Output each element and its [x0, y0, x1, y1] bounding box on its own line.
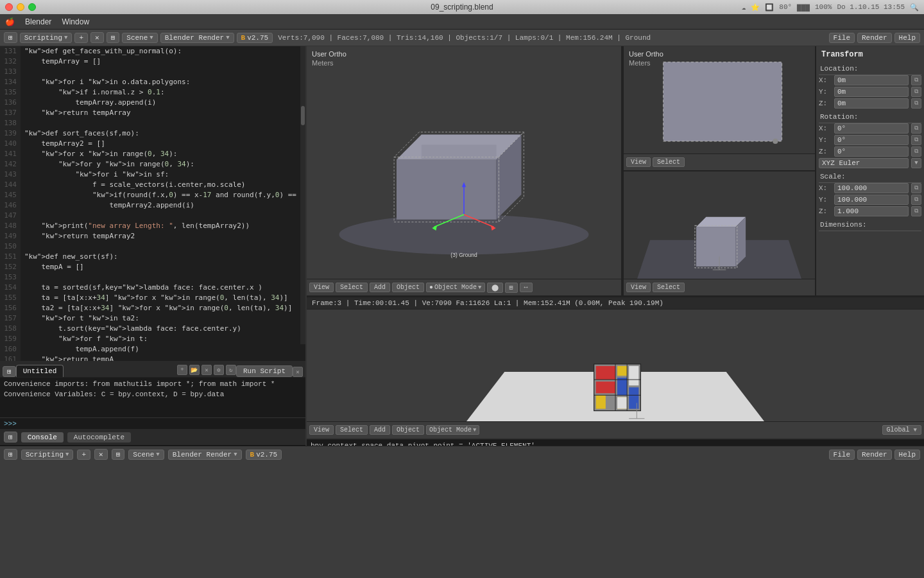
console-tab[interactable]: Console [21, 432, 64, 442]
svg-rect-34 [617, 378, 627, 395]
copy-rz-button[interactable]: ⧉ [911, 146, 921, 157]
vp-add3[interactable]: Add [370, 425, 390, 435]
run-script-button[interactable]: Run Script [236, 365, 293, 377]
vp-select[interactable]: Select [653, 157, 685, 167]
bottom-help-menu[interactable]: Help [894, 450, 920, 460]
location-y-field[interactable]: 0m [834, 87, 909, 97]
file-menu[interactable]: File [829, 33, 855, 43]
info-add-area[interactable]: + [74, 33, 88, 43]
view-button[interactable]: View [309, 283, 334, 292]
console-input[interactable] [21, 419, 302, 428]
editor-tab-untitled[interactable]: Untitled [16, 365, 64, 377]
scale-label: Scale: [819, 171, 921, 183]
viewport-top-row: User Ortho Meters [307, 46, 924, 297]
location-x-field[interactable]: 0m [834, 75, 909, 85]
viewport-type[interactable]: ⊞ [107, 32, 120, 43]
close-panel-button[interactable]: ✕ [293, 367, 303, 377]
object-button[interactable]: Object [392, 283, 424, 292]
vp-object3[interactable]: Object [392, 425, 424, 435]
location-x-row: X: 0m ⧉ [819, 75, 921, 85]
vp-view3[interactable]: View [309, 425, 334, 435]
scale-z-field[interactable]: 1.000 [834, 206, 909, 216]
open-file-button[interactable]: 📂 [189, 365, 200, 375]
global-dropdown[interactable]: Global ▼ [882, 425, 921, 435]
scale-x-field[interactable]: 100.000 [834, 183, 909, 193]
bottom-type-icon[interactable]: ⊞ [4, 449, 17, 460]
code-line-146: 146 tempArray2.append(i) [0, 200, 305, 211]
vp-view2[interactable]: View [626, 283, 651, 292]
copy-rmode-button[interactable]: ▼ [911, 158, 921, 168]
location-z-field[interactable]: 0m [834, 98, 909, 109]
code-line-142: 142 "kw">for y "kw">in range(0, 34): [0, 159, 305, 170]
bottom-file-menu[interactable]: File [829, 450, 855, 460]
close-tab-button[interactable]: ✕ [201, 365, 212, 375]
add-button[interactable]: Add [370, 283, 390, 292]
copy-sz-button[interactable]: ⧉ [911, 206, 921, 216]
scrollbar-thumb[interactable] [301, 106, 305, 125]
console-line: Convenience imports: from mathutils impo… [4, 379, 302, 389]
copy-sy-button[interactable]: ⧉ [911, 195, 921, 205]
code-editor-content[interactable]: 131"kw">def get_faces_with_up_normal(o):… [0, 46, 305, 361]
copy-ry-button[interactable]: ⧉ [911, 135, 921, 145]
window-menu[interactable]: Window [56, 16, 94, 28]
rotation-x-field[interactable]: 0° [834, 123, 909, 134]
vp-small-top-toolbar: View Select [624, 153, 815, 170]
viewport-bottom[interactable]: (3) Ground View Select Add Object Object… [307, 310, 924, 438]
scene-dropdown[interactable]: Scene ▼ [122, 33, 157, 43]
new-tab-button[interactable]: + [177, 365, 187, 375]
blender-info-bar: ⊞ Scripting ▼ + ✕ ⊞ Scene ▼ Blender Rend… [0, 30, 924, 46]
console-line: Convenience Variables: C = bpy.context, … [4, 389, 302, 399]
viewport-small-bottom[interactable]: View Select [624, 171, 815, 295]
sync-button[interactable]: ↻ [226, 365, 236, 375]
scale-y-field[interactable]: 100.000 [834, 195, 909, 205]
minimize-button[interactable] [17, 3, 24, 11]
info-close-area[interactable]: ✕ [90, 32, 104, 43]
maximize-button[interactable] [28, 3, 36, 11]
copy-sx-button[interactable]: ⧉ [911, 183, 921, 193]
console-type-icon[interactable]: ⊞ [4, 432, 17, 442]
object-mode-dropdown[interactable]: ● Object Mode ▼ [426, 283, 484, 292]
vertical-scrollbar[interactable] [300, 46, 305, 344]
viewport-small-top[interactable]: User Ortho Meters View Select [624, 46, 815, 171]
copy-x-button[interactable]: ⧉ [911, 75, 921, 85]
bottom-close[interactable]: ✕ [94, 449, 108, 460]
bottom-scene-dropdown[interactable]: Scene ▼ [128, 450, 164, 460]
editor-type-icon[interactable]: ⊞ [3, 366, 16, 377]
close-button[interactable] [5, 3, 13, 11]
bottom-viewport-type[interactable]: ⊞ [112, 449, 125, 460]
bottom-add[interactable]: + [77, 450, 90, 460]
vp-view[interactable]: View [626, 157, 651, 167]
code-line-154: 154 ta = sorted(sf,key="kw">lambda face:… [0, 283, 305, 293]
sc-y-label: Y: [819, 196, 832, 204]
vp-select2[interactable]: Select [653, 283, 685, 292]
apple-menu[interactable]: 🍎 [0, 16, 20, 28]
rotation-y-field[interactable]: 0° [834, 135, 909, 145]
rotation-mode-field[interactable]: XYZ Euler [819, 158, 909, 168]
bottom-engine-dropdown[interactable]: Blender Render ▼ [168, 450, 242, 460]
copy-z-button[interactable]: ⧉ [911, 98, 921, 109]
rotation-x-row: X: 0° ⧉ [819, 123, 921, 134]
view-shading[interactable]: ⬤ [487, 283, 503, 293]
vp-select3[interactable]: Select [336, 425, 368, 435]
help-menu[interactable]: Help [894, 33, 920, 43]
bottom-scripting-dropdown[interactable]: Scripting ▼ [21, 450, 74, 460]
blender-menu[interactable]: Blender [20, 16, 56, 28]
layout-toggle[interactable]: ⊞ [4, 32, 17, 43]
editor-tab-bar: ⊞ Untitled + 📂 ✕ ⚙ ↻ Run Script ✕ [0, 361, 305, 378]
object-mode-dropdown-2[interactable]: Object Mode ▼ [426, 425, 479, 435]
viewport-left[interactable]: User Ortho Meters [307, 46, 622, 295]
vp-right-top-label: User Ortho [629, 50, 663, 58]
settings-button[interactable]: ⚙ [214, 365, 224, 375]
viewport-icon-2[interactable]: ↔ [520, 283, 533, 292]
rotation-z-field[interactable]: 0° [834, 146, 909, 157]
output-content: bpy.context.space_data.pivot_point = 'AC… [311, 441, 920, 446]
copy-y-button[interactable]: ⧉ [911, 87, 921, 97]
bottom-render-menu[interactable]: Render [857, 450, 892, 460]
autocomplete-tab[interactable]: Autocomplete [67, 432, 131, 442]
copy-rx-button[interactable]: ⧉ [911, 123, 921, 134]
scripting-dropdown[interactable]: Scripting ▼ [20, 33, 73, 43]
viewport-icon-1[interactable]: ⊞ [505, 283, 518, 293]
select-button[interactable]: Select [336, 283, 368, 292]
engine-dropdown[interactable]: Blender Render ▼ [160, 33, 234, 43]
render-menu[interactable]: Render [857, 33, 892, 43]
